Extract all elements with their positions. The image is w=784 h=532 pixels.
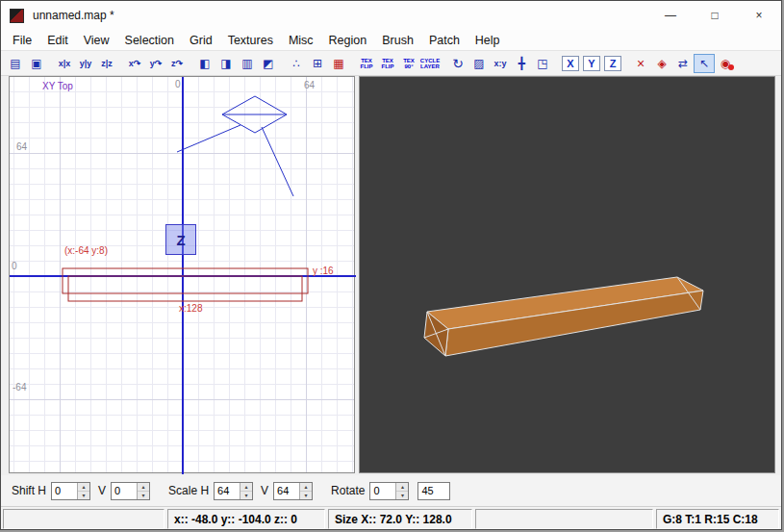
view-y-icon[interactable]: Y [583,56,600,71]
cycle-layer-icon[interactable]: CYCLE LAYER [419,54,441,73]
menu-bar: FileEditViewSelectionGridTexturesMiscReg… [1,30,781,50]
csg-merge-icon[interactable]: ◨ [215,54,237,73]
view-z-icon[interactable]: Z [604,56,621,71]
title-bar: unnamed.map * — □ × [1,1,781,30]
flip-y-icon[interactable]: y|y [75,54,96,73]
lock-alert-icon[interactable]: ◉ [715,54,736,73]
swap-gridsize-icon[interactable]: ⇄ [672,54,694,73]
shift-v-stepper[interactable]: ▴▾ [111,482,150,500]
rotate-up-arrow[interactable]: ▴ [396,483,408,492]
selected-brush-outline-inner [68,276,302,301]
app-icon [10,9,24,23]
rotate-z-icon[interactable]: z↷ [166,54,188,73]
minimize-button[interactable]: — [648,1,693,30]
clipper-tool-icon[interactable]: ◩ [258,54,279,73]
refresh-views-icon[interactable]: ↻ [447,54,468,73]
shift-v-up-arrow[interactable]: ▴ [138,483,149,492]
status-bar: x:: -48.0 y:: -104.0 z:: 0 Size X:: 72.0… [1,506,781,530]
texture-flip-x-icon[interactable]: TEX FLIP [356,54,377,73]
scale-h-label: Scale H [168,484,209,497]
status-empty-2 [475,509,653,529]
status-position: x:: -48.0 y:: -104.0 z:: 0 [167,509,325,529]
make-hollow-icon[interactable]: ▥ [237,54,258,73]
popout-view-icon[interactable]: ◳ [532,54,553,73]
menu-item-brush[interactable]: Brush [374,32,421,49]
scale-h-stepper[interactable]: ▴▾ [214,482,253,500]
status-counts: G:8 T:1 R:15 C:18 [656,509,779,529]
3d-canvas [360,77,776,474]
app-window: unnamed.map * — □ × FileEditViewSelectio… [0,0,782,530]
scale-v-up-arrow[interactable]: ▴ [300,483,312,492]
save-file-icon[interactable]: ▣ [26,54,47,73]
view-x-icon[interactable]: X [562,56,579,71]
toolbar: ▤▣x|xy|yz|zx↷y↷z↷◧◨▥◩∴⊞▦TEX FLIPTEX FLIP… [1,50,781,76]
menu-item-edit[interactable]: Edit [39,32,76,49]
csg-subtract-icon[interactable]: ◧ [194,54,215,73]
maximize-button[interactable]: □ [693,1,737,30]
window-controls: — □ × [648,1,781,30]
menu-item-misc[interactable]: Misc [281,32,321,49]
entity-connector-line-2 [262,127,293,196]
rotate-down-arrow[interactable]: ▾ [396,492,408,499]
selected-brush-outline-outer [63,268,308,293]
rotate-label: Rotate [331,484,365,497]
brush-origin-annotation: (x:-64 y:8) [64,245,108,256]
rotate-input[interactable] [370,483,395,499]
flip-z-icon[interactable]: z|z [96,54,117,73]
vertex-mode-icon[interactable]: ∴ [286,54,307,73]
edge-mode-icon[interactable]: ⊞ [307,54,328,73]
main-area: XY Top 0 64 64 0 -64 (x:-64 y:8) y :16 x… [1,76,781,475]
scale-v-stepper[interactable]: ▴▾ [273,482,313,500]
3d-camera-view[interactable] [359,76,775,473]
menu-item-textures[interactable]: Textures [220,32,281,49]
shift-h-label: Shift H [12,484,46,497]
move-camera-icon[interactable]: ╋ [511,54,532,73]
menu-item-grid[interactable]: Grid [182,32,220,49]
shift-v-down-arrow[interactable]: ▾ [138,492,149,499]
patch-tool-icon[interactable]: ◈ [651,54,672,73]
transform-controls-bar: Shift H ▴▾ V ▴▾ Scale H ▴▾ V ▴▾ Rotate ▴… [1,475,781,506]
open-file-icon[interactable]: ▤ [5,54,26,73]
texture-window-icon[interactable]: ▨ [468,54,490,73]
rotate-y-icon[interactable]: y↷ [145,54,166,73]
texture-flip-y-icon[interactable]: TEX FLIP [377,54,398,73]
shift-h-stepper[interactable]: ▴▾ [51,482,90,500]
shift-v-label: V [98,484,106,497]
select-tool-icon[interactable]: ↖ [694,54,715,73]
menu-item-file[interactable]: File [5,32,39,49]
close-button[interactable]: × [737,1,781,30]
scale-h-input[interactable] [215,483,240,499]
menu-item-view[interactable]: View [76,32,117,49]
texture-rotate-90-icon[interactable]: TEX 90° [398,54,419,73]
shift-h-down-arrow[interactable]: ▾ [78,492,89,499]
shift-v-input[interactable] [112,483,137,499]
window-title: unnamed.map * [33,9,648,22]
scale-h-down-arrow[interactable]: ▾ [240,492,252,499]
status-size: Size X:: 72.0 Y:: 128.0 [328,509,472,529]
z-window-marker[interactable]: Z [165,224,196,255]
grid-label-left-64: 64 [16,141,27,152]
scale-v-down-arrow[interactable]: ▾ [300,492,312,499]
menu-item-patch[interactable]: Patch [421,32,468,49]
cull-toggle-icon[interactable]: × [630,54,651,73]
menu-item-region[interactable]: Region [321,32,375,49]
rotate-x-icon[interactable]: x↷ [124,54,145,73]
grid-label-left-minus64: -64 [13,382,26,393]
grid-label-left-0: 0 [12,261,17,271]
2d-grid-view[interactable]: XY Top 0 64 64 0 -64 (x:-64 y:8) y :16 x… [9,76,355,473]
entity-connector-line-1 [177,125,240,152]
shift-h-input[interactable] [52,483,77,499]
scale-h-up-arrow[interactable]: ▴ [240,483,252,492]
status-empty-1 [3,509,164,529]
brush-width-annotation: x:128 [179,303,202,314]
menu-item-selection[interactable]: Selection [117,32,182,49]
region-tool-icon[interactable]: ▦ [328,54,349,73]
flip-x-icon[interactable]: x|x [54,54,75,73]
toggle-grid-xy-icon[interactable]: x:y [490,54,511,73]
shift-h-up-arrow[interactable]: ▴ [78,483,89,492]
rotate-stepper[interactable]: ▴▾ [369,482,409,500]
menu-item-help[interactable]: Help [468,32,508,49]
scale-v-input[interactable] [274,483,299,499]
grid-label-top-64: 64 [304,80,315,90]
rotate-step-input[interactable] [417,482,450,500]
